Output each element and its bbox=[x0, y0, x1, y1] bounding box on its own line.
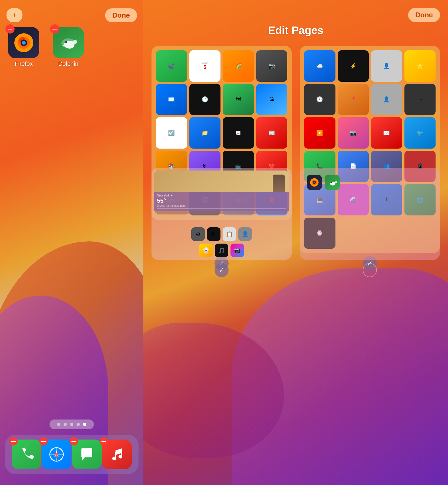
app-maps: 🗺 bbox=[223, 84, 254, 115]
app-weather: 🌤 bbox=[256, 84, 288, 115]
dock-safari bbox=[42, 440, 71, 469]
app-contacts3: 👤 bbox=[371, 84, 402, 115]
svg-point-15 bbox=[118, 455, 122, 458]
weather-desc: Drizzle for the next hour bbox=[157, 204, 286, 207]
weather-bar-fill bbox=[157, 208, 286, 209]
dolphin-icon-wrap bbox=[53, 27, 84, 58]
app-calendar: WED5 bbox=[189, 50, 221, 82]
app-gmail: ✉️ bbox=[371, 117, 402, 149]
page4-check[interactable] bbox=[363, 263, 377, 277]
svg-point-20 bbox=[331, 182, 332, 183]
app-contacts2: 👤 bbox=[371, 50, 402, 82]
app-threeapp: ⋯ bbox=[404, 84, 436, 115]
page3-dock-row: ⊖ N 📋 👤 bbox=[154, 227, 289, 241]
app-icloud: ☁️ bbox=[304, 50, 335, 82]
dock-phone-remove[interactable] bbox=[9, 437, 18, 445]
app-maps2: 📍 bbox=[338, 84, 369, 115]
dock-messages bbox=[72, 440, 102, 469]
firefox-remove-badge[interactable] bbox=[5, 24, 15, 34]
svg-point-6 bbox=[65, 41, 67, 43]
firefox-app-item: Firefox bbox=[8, 27, 39, 67]
dot-0 bbox=[57, 423, 60, 426]
left-done-button[interactable]: Done bbox=[105, 8, 137, 22]
app-screentime: 🕐 bbox=[304, 84, 335, 115]
app-gray: ⊖ bbox=[191, 227, 205, 241]
app-youtube: ▶️ bbox=[304, 117, 335, 149]
app-snapchat: 👻 bbox=[199, 244, 213, 257]
dock-music bbox=[102, 440, 132, 469]
weather-temp: 55° bbox=[157, 197, 286, 204]
app-grid: Firefox Dolphin bbox=[8, 27, 84, 67]
dock bbox=[5, 435, 139, 474]
app-reminders: ☑️ bbox=[156, 117, 187, 149]
page3-app-row: 👻 🎵 📷 bbox=[154, 244, 289, 257]
app-tiktok: 🎵 bbox=[215, 244, 228, 257]
app-copy: 📋 bbox=[223, 227, 236, 241]
app-netflix: N bbox=[207, 227, 220, 241]
left-toolbar: + Done bbox=[0, 8, 143, 22]
dock-area bbox=[0, 420, 143, 474]
right-toolbar: Done bbox=[408, 8, 440, 22]
dot-2 bbox=[70, 423, 73, 426]
page4-thumb[interactable] bbox=[300, 168, 440, 260]
left-panel: + Done Firefox bbox=[0, 0, 143, 485]
app-twitter: 🐦 bbox=[404, 117, 436, 149]
pages-grid-bottom: New York ✦ 55° Drizzle for the next hour… bbox=[151, 168, 440, 264]
svg-point-19 bbox=[314, 182, 315, 183]
weather-bar bbox=[157, 208, 286, 209]
dot-3 bbox=[77, 423, 80, 426]
firefox-label: Firefox bbox=[15, 60, 33, 67]
weather-bg bbox=[154, 171, 289, 192]
dots-pill bbox=[50, 420, 94, 429]
dock-phone bbox=[12, 440, 41, 469]
app-camera: 📷 bbox=[256, 50, 288, 82]
dot-4-active bbox=[83, 423, 86, 426]
page3-check[interactable]: ✓ bbox=[215, 263, 229, 277]
dolphin-remove-badge[interactable] bbox=[50, 24, 59, 34]
dolphin-label: Dolphin bbox=[58, 60, 78, 67]
app-dolphin-sm bbox=[325, 175, 340, 190]
app-person: 👤 bbox=[238, 227, 252, 241]
weather-city: New York ✦ bbox=[157, 194, 286, 197]
app-instagram: 📷 bbox=[230, 244, 244, 257]
dolphin-app-item: Dolphin bbox=[53, 27, 84, 67]
weather-hero-img bbox=[154, 171, 289, 192]
page-dots bbox=[0, 420, 143, 429]
dock-messages-remove[interactable] bbox=[70, 437, 78, 445]
app-ig2: 📷 bbox=[338, 117, 369, 149]
weather-widget: New York ✦ 55° Drizzle for the next hour bbox=[154, 171, 289, 214]
page3-container: New York ✦ 55° Drizzle for the next hour… bbox=[151, 168, 292, 264]
dot-1 bbox=[64, 423, 67, 426]
app-firefox-sm bbox=[307, 175, 322, 190]
app-shortcuts: ⚡ bbox=[338, 50, 369, 82]
page4-app-grid bbox=[304, 172, 436, 193]
right-panel: Done Edit Pages 📹 WED5 🌈 📷 ✉️ 🕐 🗺 🌤 ☑️ 📁… bbox=[143, 0, 448, 485]
right-done-button[interactable]: Done bbox=[408, 8, 440, 22]
page4-container bbox=[300, 168, 440, 264]
page3-thumb[interactable]: New York ✦ 55° Drizzle for the next hour… bbox=[151, 168, 292, 260]
svg-point-4 bbox=[22, 41, 26, 45]
add-button[interactable]: + bbox=[6, 8, 22, 22]
app-files: 📁 bbox=[189, 117, 221, 149]
svg-point-14 bbox=[112, 457, 116, 460]
app-toplevel: ⭐ bbox=[404, 50, 436, 82]
weather-info: New York ✦ 55° Drizzle for the next hour bbox=[154, 192, 289, 211]
person-silhouette bbox=[273, 175, 285, 192]
app-stocks: 📈 bbox=[223, 117, 254, 149]
app-facetime: 📹 bbox=[156, 50, 187, 82]
app-clock: 🕐 bbox=[189, 84, 221, 115]
firefox-icon-wrap bbox=[8, 27, 39, 58]
app-news: 📰 bbox=[256, 117, 288, 149]
app-photos: 🌈 bbox=[223, 50, 254, 82]
app-mail: ✉️ bbox=[156, 84, 187, 115]
page-title: Edit Pages bbox=[143, 24, 448, 37]
